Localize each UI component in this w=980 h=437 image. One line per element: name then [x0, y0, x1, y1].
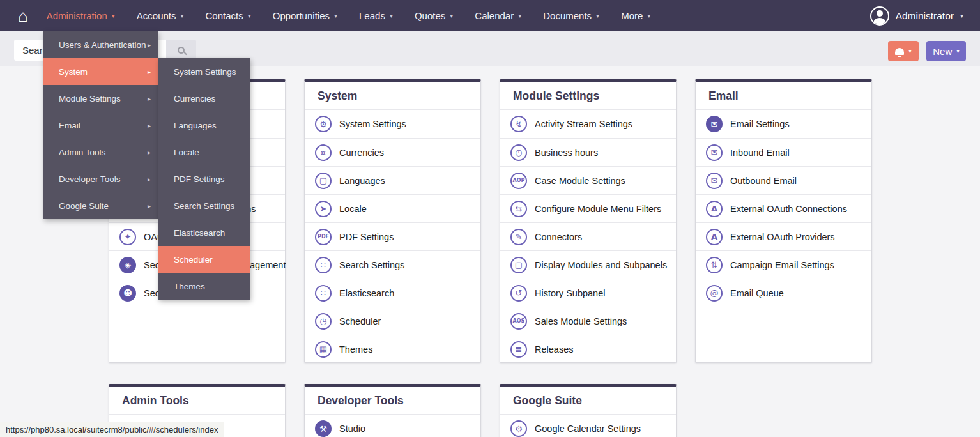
admin-link-label: Email Queue	[730, 288, 784, 298]
submenu-item-scheduler[interactable]: Scheduler	[158, 246, 250, 273]
admin-link-system-settings[interactable]: ⚙ System Settings	[305, 110, 480, 138]
admin-link-email-queue[interactable]: @ Email Queue	[696, 279, 871, 307]
admin-link-label: Languages	[339, 176, 385, 186]
admin-link-campaign-email-settings[interactable]: ⇅ Campaign Email Settings	[696, 250, 871, 279]
admin-link-releases[interactable]: ≣ Releases	[500, 335, 676, 363]
card-title: Google Suite	[500, 387, 676, 415]
admin-link-display-modules-subpanels[interactable]: ▢ Display Modules and Subpanels	[500, 250, 676, 279]
card-developer-tools: Developer Tools ⚒ Studio	[304, 384, 481, 437]
link-preview-tooltip: https://php80.sa.local/suitecrm8/public/…	[0, 422, 224, 437]
monitor-icon: ▢	[510, 257, 527, 273]
chevron-down-icon: ▾	[450, 12, 453, 19]
monitor-icon: ▢	[315, 172, 332, 189]
admin-link-languages[interactable]: ▢ Languages	[305, 166, 480, 194]
menu-item-users-authentication[interactable]: Users & Authentication ▸	[43, 31, 158, 58]
admin-link-label: Releases	[535, 344, 573, 355]
card-system: System ⚙ System Settings ¤ Currencies ▢ …	[304, 79, 481, 363]
nav-item-label: Quotes	[415, 10, 445, 21]
nav-item-label: Opportunities	[273, 10, 330, 21]
admin-link-connectors[interactable]: ✎ Connectors	[500, 222, 676, 250]
submenu-item-search-settings[interactable]: Search Settings	[158, 192, 250, 219]
submenu-item-system-settings[interactable]: System Settings	[158, 58, 250, 85]
submenu-item-elasticsearch[interactable]: Elasticsearch	[158, 219, 250, 246]
card-title: Email	[696, 82, 871, 110]
admin-link-sales-module-settings[interactable]: AOS Sales Module Settings	[500, 307, 676, 335]
menu-item-email[interactable]: Email ▸	[43, 112, 158, 139]
menu-item-label: PDF Settings	[174, 174, 225, 184]
admin-link-external-oauth-providers[interactable]: A External OAuth Providers	[696, 222, 871, 250]
new-button[interactable]: New ▾	[926, 41, 966, 61]
admin-link-currencies[interactable]: ¤ Currencies	[305, 138, 480, 166]
menu-item-label: Admin Tools	[59, 148, 105, 157]
nav-item-contacts[interactable]: Contacts ▾	[195, 0, 262, 31]
admin-link-label: Currencies	[339, 148, 384, 158]
admin-link-label: Studio	[339, 424, 365, 434]
submenu-item-locale[interactable]: Locale	[158, 139, 250, 165]
card-title: Module Settings	[500, 82, 676, 110]
navigation-icon: ➤	[315, 201, 332, 217]
top-navbar: ⌂ Administration ▾ Accounts ▾ Contacts ▾…	[0, 0, 980, 31]
submenu-item-pdf-settings[interactable]: PDF Settings	[158, 165, 250, 192]
menu-item-module-settings[interactable]: Module Settings ▸	[43, 85, 158, 112]
admin-link-google-calendar-settings[interactable]: ⚙ Google Calendar Settings	[500, 415, 676, 437]
menu-item-system[interactable]: System ▸	[43, 58, 158, 85]
menu-item-label: Scheduler	[174, 255, 213, 264]
key-icon: ✦	[119, 229, 136, 245]
admin-link-locale[interactable]: ➤ Locale	[305, 194, 480, 222]
nav-item-accounts[interactable]: Accounts ▾	[126, 0, 195, 31]
chevron-down-icon: ▾	[518, 12, 521, 19]
email-queue-icon: @	[706, 285, 723, 302]
menu-item-label: Currencies	[174, 94, 215, 103]
aos-badge-icon: AOS	[510, 313, 527, 330]
nav-item-label: Contacts	[206, 10, 243, 21]
card-module-settings: Module Settings ↯ Activity Stream Settin…	[500, 79, 677, 363]
nav-item-leads[interactable]: Leads ▾	[348, 0, 404, 31]
menu-item-developer-tools[interactable]: Developer Tools ▸	[43, 165, 158, 192]
admin-link-history-subpanel[interactable]: ↺ History Subpanel	[500, 279, 676, 307]
admin-link-scheduler[interactable]: ◷ Scheduler	[305, 307, 480, 335]
admin-link-label: Display Modules and Subpanels	[535, 260, 667, 270]
main-nav: Administration ▾ Accounts ▾ Contacts ▾ O…	[36, 0, 662, 31]
menu-item-label: Developer Tools	[59, 174, 121, 184]
menu-item-admin-tools[interactable]: Admin Tools ▸	[43, 139, 158, 165]
nav-item-label: Leads	[359, 10, 385, 21]
submenu-item-currencies[interactable]: Currencies	[158, 85, 250, 112]
admin-link-label: System Settings	[339, 119, 406, 129]
nav-item-administration[interactable]: Administration ▾	[36, 0, 126, 31]
home-icon[interactable]: ⌂	[18, 8, 28, 24]
studio-tools-icon: ⚒	[315, 420, 332, 437]
search-group-icon: ∷	[315, 257, 332, 273]
menu-item-google-suite[interactable]: Google Suite ▸	[43, 192, 158, 219]
admin-link-themes[interactable]: ▦ Themes	[305, 335, 480, 363]
chevron-right-icon: ▸	[148, 176, 151, 183]
chevron-down-icon: ▾	[596, 12, 599, 19]
admin-link-external-oauth-connections[interactable]: A External OAuth Connections	[696, 194, 871, 222]
lock-icon: ◈	[119, 257, 136, 273]
menu-item-label: Elasticsearch	[174, 228, 225, 238]
nav-item-quotes[interactable]: Quotes ▾	[404, 0, 464, 31]
admin-link-email-settings[interactable]: ✉ Email Settings	[696, 110, 871, 138]
notifications-button[interactable]: ▾	[888, 41, 919, 61]
chevron-down-icon: ▾	[181, 12, 184, 19]
gear-icon: ⚙	[510, 420, 527, 437]
admin-link-studio[interactable]: ⚒ Studio	[305, 415, 480, 437]
admin-link-inbound-email[interactable]: ✉ Inbound Email	[696, 138, 871, 166]
admin-link-case-module-settings[interactable]: AOP Case Module Settings	[500, 166, 676, 194]
admin-link-pdf-settings[interactable]: PDF PDF Settings	[305, 222, 480, 250]
nav-item-more[interactable]: More ▾	[610, 0, 661, 31]
admin-link-search-settings[interactable]: ∷ Search Settings	[305, 250, 480, 279]
admin-link-outbound-email[interactable]: ✉ Outbound Email	[696, 166, 871, 194]
nav-item-documents[interactable]: Documents ▾	[532, 0, 610, 31]
nav-item-calendar[interactable]: Calendar ▾	[464, 0, 532, 31]
submenu-item-languages[interactable]: Languages	[158, 112, 250, 139]
admin-link-business-hours[interactable]: ◷ Business hours	[500, 138, 676, 166]
admin-link-elasticsearch[interactable]: ∷ Elasticsearch	[305, 279, 480, 307]
submenu-item-themes[interactable]: Themes	[158, 273, 250, 300]
menu-item-label: Languages	[174, 121, 217, 130]
user-menu[interactable]: Administrator ▾	[870, 6, 963, 26]
chevron-right-icon: ▸	[148, 95, 151, 102]
admin-link-configure-module-menu-filters[interactable]: ⇆ Configure Module Menu Filters	[500, 194, 676, 222]
admin-link-activity-stream-settings[interactable]: ↯ Activity Stream Settings	[500, 110, 676, 138]
nav-item-label: Administration	[47, 10, 107, 21]
nav-item-opportunities[interactable]: Opportunities ▾	[262, 0, 348, 31]
